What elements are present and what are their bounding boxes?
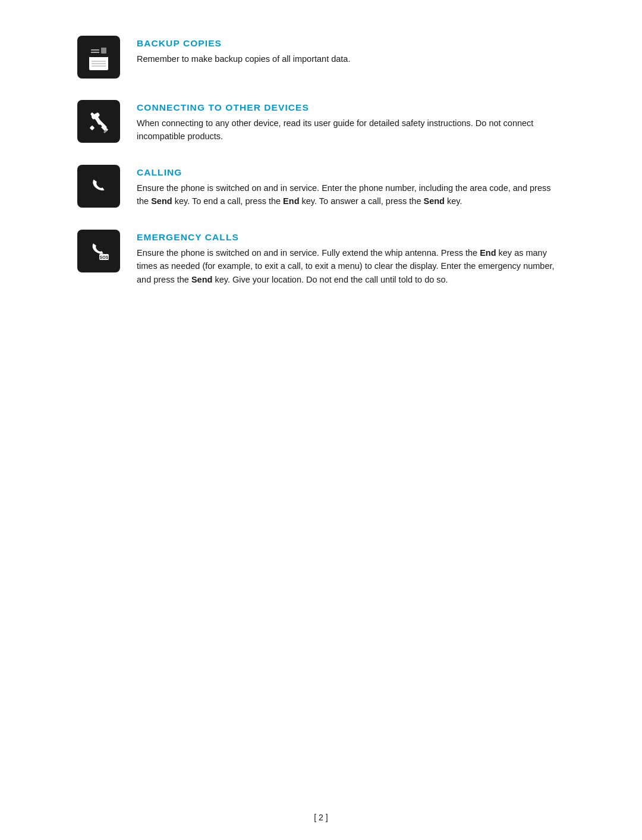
section-calling: CALLING Ensure the phone is switched on … bbox=[77, 165, 565, 208]
svg-rect-5 bbox=[101, 48, 106, 54]
emergency-calls-icon-box: SOS bbox=[77, 230, 120, 272]
connecting-body: When connecting to any other device, rea… bbox=[137, 117, 565, 143]
svg-rect-9 bbox=[92, 61, 106, 62]
svg-rect-11 bbox=[92, 65, 106, 67]
emergency-calls-title: EMERGENCY CALLS bbox=[137, 232, 565, 243]
svg-text:SOS: SOS bbox=[100, 255, 109, 259]
wrench-icon bbox=[86, 108, 112, 134]
connecting-title: CONNECTING TO OTHER DEVICES bbox=[137, 102, 565, 113]
backup-copies-title: BACKUP COPIES bbox=[137, 38, 565, 49]
phone-icon bbox=[86, 173, 112, 199]
emergency-calls-body: Ensure the phone is switched on and in s… bbox=[137, 246, 565, 286]
svg-rect-7 bbox=[91, 49, 99, 51]
section-backup-copies: BACKUP COPIES Remember to make backup co… bbox=[77, 36, 565, 79]
calling-icon-box bbox=[77, 165, 120, 208]
svg-rect-10 bbox=[92, 63, 106, 64]
svg-rect-19 bbox=[87, 175, 110, 198]
svg-rect-8 bbox=[91, 52, 99, 53]
connecting-icon-box bbox=[77, 100, 120, 143]
floppy-icon bbox=[86, 44, 112, 70]
connecting-content: CONNECTING TO OTHER DEVICES When connect… bbox=[137, 100, 565, 143]
backup-copies-body: Remember to make backup copies of all im… bbox=[137, 52, 565, 65]
phone-sos-icon: SOS bbox=[86, 238, 112, 264]
page-content: BACKUP COPIES Remember to make backup co… bbox=[77, 0, 565, 813]
backup-copies-icon-box bbox=[77, 36, 120, 79]
section-connecting: CONNECTING TO OTHER DEVICES When connect… bbox=[77, 100, 565, 143]
emergency-calls-content: EMERGENCY CALLS Ensure the phone is swit… bbox=[137, 230, 565, 286]
backup-copies-content: BACKUP COPIES Remember to make backup co… bbox=[137, 36, 565, 65]
calling-body: Ensure the phone is switched on and in s… bbox=[137, 181, 565, 208]
calling-content: CALLING Ensure the phone is switched on … bbox=[137, 165, 565, 208]
calling-title: CALLING bbox=[137, 167, 565, 178]
page-footer: [ 2 ] bbox=[77, 813, 565, 840]
section-emergency-calls: SOS EMERGENCY CALLS Ensure the phone is … bbox=[77, 230, 565, 286]
